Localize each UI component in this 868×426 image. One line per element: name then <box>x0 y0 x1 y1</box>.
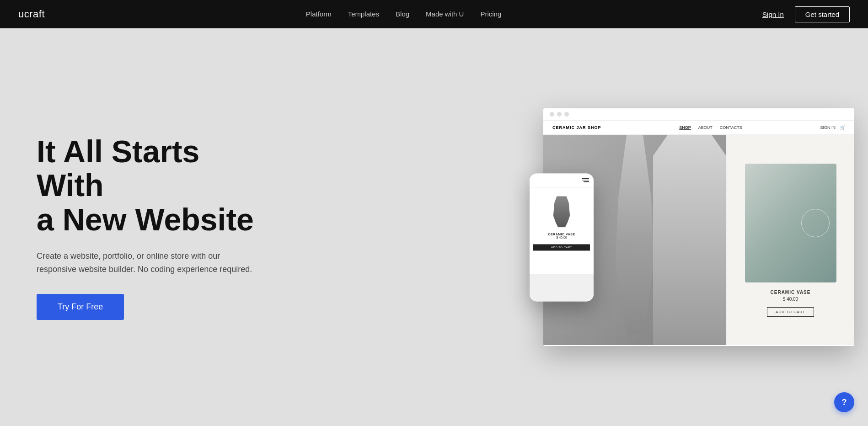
hamburger-icon <box>534 178 589 182</box>
window-dot-1 <box>550 112 554 117</box>
mockup-nav-shop: SHOP <box>679 125 691 130</box>
mobile-bottom-area <box>530 274 594 301</box>
mockup-vase-image <box>745 164 836 282</box>
nav-item-made-with-u[interactable]: Made with U <box>426 10 464 18</box>
mobile-add-to-cart-button[interactable]: ADD TO CART <box>533 244 590 250</box>
mockup-product-detail: CERAMIC VASE $ 40.00 ADD TO CART <box>726 135 854 345</box>
mockup-shop-logo: CERAMIC JAR SHOP <box>552 125 601 130</box>
navbar-right: Sign In Get started <box>762 6 850 22</box>
hero-title: It All Starts With a New Website <box>37 134 274 237</box>
mobile-product-name: CERAMIC VASE <box>533 233 590 236</box>
nav-item-templates[interactable]: Templates <box>348 10 379 18</box>
hero-section: It All Starts With a New Website Create … <box>0 28 868 426</box>
mobile-body: CERAMIC VASE $ 40.00 ADD TO CART <box>530 188 594 254</box>
mobile-mockup: CERAMIC VASE $ 40.00 ADD TO CART <box>530 173 594 301</box>
hamburger-line-3 <box>584 181 589 182</box>
mockup-titlebar <box>543 108 854 121</box>
hero-visual: CERAMIC JAR SHOP SHOP ABOUT CONTACTS SIG… <box>493 67 868 387</box>
mockup-add-to-cart-button[interactable]: ADD TO CART <box>767 307 814 317</box>
navbar: ucraft Platform Templates Blog Made with… <box>0 0 868 28</box>
get-started-button[interactable]: Get started <box>795 6 850 22</box>
mobile-product-price: $ 40.00 <box>533 236 590 239</box>
nav-item-pricing[interactable]: Pricing <box>480 10 501 18</box>
mockup-cart-icon: 🛒 <box>840 125 845 130</box>
mockup-nav-right: SIGN IN 🛒 <box>820 125 845 130</box>
mockup-nav: SHOP ABOUT CONTACTS <box>679 125 742 130</box>
sign-in-link[interactable]: Sign In <box>762 11 784 18</box>
mockup-nav-contacts: CONTACTS <box>720 125 742 130</box>
hero-content: It All Starts With a New Website Create … <box>0 134 274 320</box>
jar-shape-right <box>653 135 726 345</box>
mockup-product-price: $ 40.00 <box>783 297 798 302</box>
mockup-sign-in: SIGN IN <box>820 125 836 130</box>
hamburger-line-1 <box>582 178 589 179</box>
mockup-product-name: CERAMIC VASE <box>771 290 811 295</box>
hamburger-line-2 <box>582 180 589 181</box>
nav-item-blog[interactable]: Blog <box>396 10 409 18</box>
mockup-nav-about: ABOUT <box>698 125 713 130</box>
mobile-vase-image <box>550 196 573 229</box>
window-dot-2 <box>557 112 562 117</box>
try-for-free-button[interactable]: Try For Free <box>37 294 124 320</box>
site-logo[interactable]: ucraft <box>18 8 45 20</box>
mockup-navbar: CERAMIC JAR SHOP SHOP ABOUT CONTACTS SIG… <box>543 121 854 135</box>
mobile-header <box>530 173 594 188</box>
hero-subtitle: Create a website, portfolio, or online s… <box>37 250 256 276</box>
nav-menu: Platform Templates Blog Made with U Pric… <box>306 10 502 18</box>
window-dot-3 <box>564 112 569 117</box>
nav-item-platform[interactable]: Platform <box>306 10 332 18</box>
help-bubble-button[interactable]: ? <box>834 392 854 412</box>
